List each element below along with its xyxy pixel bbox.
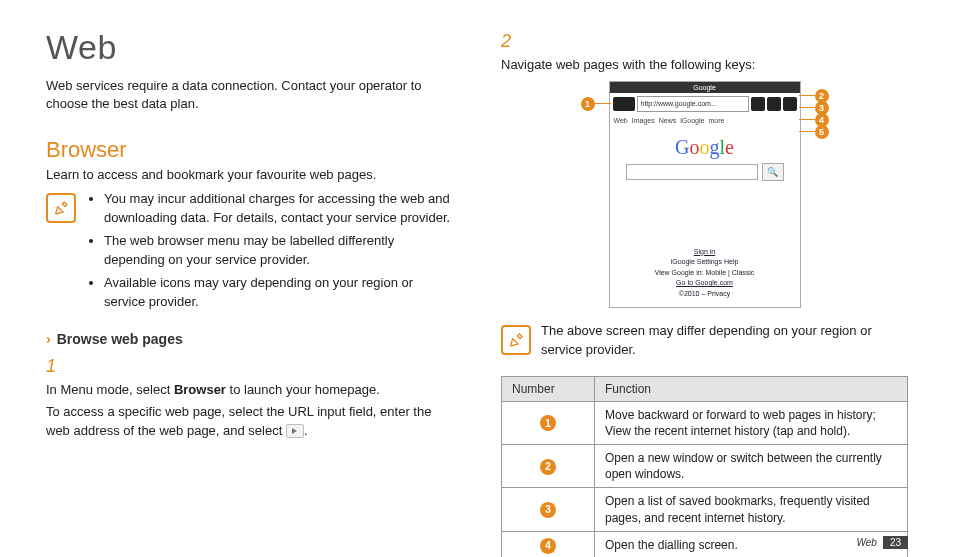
callout-1: 1 — [581, 97, 611, 111]
table-header-function: Function — [595, 376, 908, 401]
nav-back-forward-icon — [613, 97, 635, 111]
note-body: The above screen may differ depending on… — [541, 322, 908, 360]
device-screenshot: Google http://www.google.com... Web Imag… — [609, 81, 801, 309]
subsection-heading-row: › Browse web pages — [46, 331, 453, 347]
table-row: 1 Move backward or forward to web pages … — [502, 401, 908, 444]
manual-page: Web Web services require a data connecti… — [0, 0, 954, 557]
table-row: 4 Open the dialling screen. — [502, 531, 908, 557]
google-logo: Google — [610, 126, 800, 163]
left-column: Web Web services require a data connecti… — [46, 28, 477, 557]
phone-link-row: iGoogle Settings Help — [610, 257, 800, 268]
phone-toolbar: http://www.google.com... — [610, 93, 800, 115]
search-button-icon: 🔍 — [762, 163, 784, 181]
phone-link: Sign in — [694, 248, 715, 255]
table-header-row: Number Function — [502, 376, 908, 401]
function-table: Number Function 1 Move backward or forwa… — [501, 376, 908, 557]
row-function: Move backward or forward to web pages in… — [595, 401, 908, 444]
dialler-icon — [783, 97, 797, 111]
table-row: 3 Open a list of saved bookmarks, freque… — [502, 488, 908, 531]
note-item: Available icons may vary depending on yo… — [104, 274, 453, 312]
phone-tab: iGoogle — [680, 117, 704, 124]
note-item: The web browser menu may be labelled dif… — [104, 232, 453, 270]
row-number-bubble: 2 — [540, 459, 556, 475]
intro-text: Web services require a data connection. … — [46, 77, 453, 113]
table-row: 2 Open a new window or switch between th… — [502, 445, 908, 488]
row-number-bubble: 4 — [540, 538, 556, 554]
phone-titlebar: Google — [610, 82, 800, 93]
phone-tab: more — [708, 117, 724, 124]
subsection-heading: Browse web pages — [57, 331, 183, 347]
section-lead: Learn to access and bookmark your favour… — [46, 167, 453, 182]
step-1b-text: To access a specific web page, select th… — [46, 404, 431, 439]
search-box — [626, 164, 758, 180]
windows-icon — [751, 97, 765, 111]
page-title: Web — [46, 28, 453, 67]
right-column: 2 Navigate web pages with the following … — [477, 28, 908, 557]
note-body: You may incur additional charges for acc… — [86, 190, 453, 315]
row-function: Open a new window or switch between the … — [595, 445, 908, 488]
step-2: 2 Navigate web pages with the following … — [501, 28, 908, 75]
section-heading: Browser — [46, 137, 453, 163]
phone-link-row: View Google in: Mobile | Classic — [610, 268, 800, 279]
table-header-number: Number — [502, 376, 595, 401]
note-item: You may incur additional charges for acc… — [104, 190, 453, 228]
phone-tab: Images — [632, 117, 655, 124]
step-number: 2 — [501, 28, 519, 55]
step-1: 1 In Menu mode, select Browser to launch… — [46, 353, 453, 441]
callout-bubble: 5 — [815, 125, 829, 139]
step-number: 1 — [46, 353, 64, 380]
go-arrow-icon — [286, 424, 304, 438]
phone-tab: News — [659, 117, 677, 124]
step-1-text-post: to launch your homepage. — [226, 382, 380, 397]
page-footer: Web 23 — [856, 536, 908, 549]
row-number-bubble: 1 — [540, 415, 556, 431]
note-icon — [501, 325, 531, 355]
url-field: http://www.google.com... — [637, 96, 749, 112]
phone-link-row: ©2010 – Privacy — [610, 289, 800, 300]
step-2-text: Navigate web pages with the following ke… — [501, 55, 888, 75]
step-1-text-pre: In Menu mode, select — [46, 382, 174, 397]
search-row: 🔍 — [610, 163, 800, 191]
note-block-2: The above screen may differ depending on… — [501, 322, 908, 360]
phone-tab: Web — [614, 117, 628, 124]
phone-link: Go to Google.com — [676, 279, 733, 286]
footer-page-number: 23 — [883, 536, 908, 549]
row-number-bubble: 3 — [540, 502, 556, 518]
callout-bubble: 1 — [581, 97, 595, 111]
callout-5: 5 — [799, 125, 829, 139]
phone-footer-links: Sign in iGoogle Settings Help View Googl… — [610, 247, 800, 308]
note-2-text: The above screen may differ depending on… — [541, 322, 908, 360]
chevron-icon: › — [46, 331, 51, 347]
device-screenshot-wrap: Google http://www.google.com... Web Imag… — [501, 81, 908, 309]
phone-tabs: Web Images News iGoogle more — [610, 115, 800, 126]
note-icon — [46, 193, 76, 223]
footer-section: Web — [856, 537, 876, 548]
bookmarks-icon — [767, 97, 781, 111]
step-1b-post: . — [304, 423, 308, 438]
step-1-bold: Browser — [174, 382, 226, 397]
note-block-1: You may incur additional charges for acc… — [46, 190, 453, 315]
row-function: Open a list of saved bookmarks, frequent… — [595, 488, 908, 531]
